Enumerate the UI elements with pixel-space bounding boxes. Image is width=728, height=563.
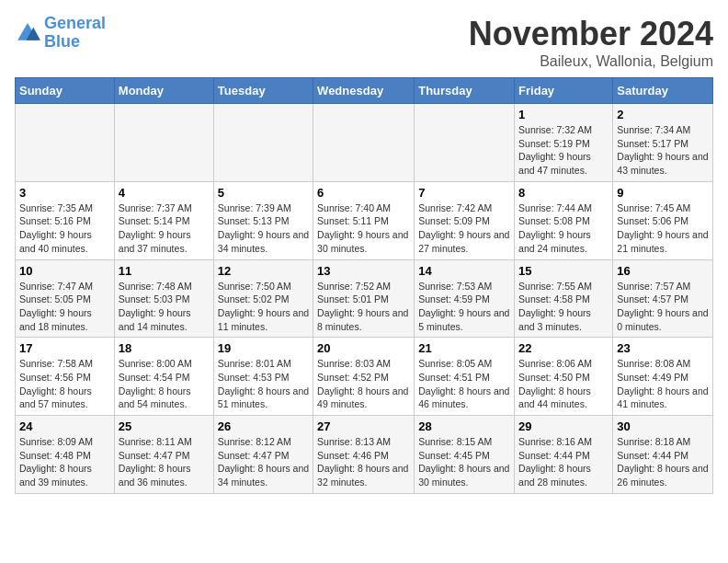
day-info: Sunrise: 7:37 AM Sunset: 5:14 PM Dayligh… [119, 201, 210, 256]
calendar-cell: 11Sunrise: 7:48 AM Sunset: 5:03 PM Dayli… [114, 259, 213, 338]
calendar-cell [415, 104, 515, 182]
day-number: 12 [218, 264, 309, 278]
title-block: November 2024 Baileux, Wallonia, Belgium [469, 15, 713, 70]
day-info: Sunrise: 7:48 AM Sunset: 5:03 PM Dayligh… [119, 280, 210, 334]
calendar-cell: 25Sunrise: 8:11 AM Sunset: 4:47 PM Dayli… [114, 416, 213, 494]
day-info: Sunrise: 7:47 AM Sunset: 5:05 PM Dayligh… [19, 280, 110, 334]
day-number: 10 [19, 264, 110, 278]
day-number: 17 [19, 341, 110, 355]
logo: General Blue [15, 15, 106, 52]
day-info: Sunrise: 8:08 AM Sunset: 4:49 PM Dayligh… [617, 357, 709, 411]
day-info: Sunrise: 7:52 AM Sunset: 5:01 PM Dayligh… [317, 280, 410, 334]
day-number: 11 [119, 264, 210, 278]
day-number: 28 [418, 419, 510, 433]
calendar-cell: 24Sunrise: 8:09 AM Sunset: 4:48 PM Dayli… [16, 416, 115, 494]
day-number: 20 [317, 341, 410, 355]
day-info: Sunrise: 7:53 AM Sunset: 4:59 PM Dayligh… [418, 280, 510, 334]
calendar-cell: 12Sunrise: 7:50 AM Sunset: 5:02 PM Dayli… [213, 259, 313, 338]
day-info: Sunrise: 7:32 AM Sunset: 5:19 PM Dayligh… [518, 123, 609, 178]
calendar-cell: 30Sunrise: 8:18 AM Sunset: 4:44 PM Dayli… [613, 416, 713, 494]
calendar-cell: 9Sunrise: 7:45 AM Sunset: 5:06 PM Daylig… [613, 181, 713, 259]
day-info: Sunrise: 7:35 AM Sunset: 5:16 PM Dayligh… [19, 201, 110, 256]
day-number: 2 [617, 108, 709, 121]
calendar-cell [16, 104, 115, 182]
day-number: 25 [119, 419, 210, 433]
calendar-cell [313, 104, 415, 182]
calendar-cell: 16Sunrise: 7:57 AM Sunset: 4:57 PM Dayli… [613, 259, 713, 338]
day-info: Sunrise: 7:57 AM Sunset: 4:57 PM Dayligh… [617, 280, 709, 334]
day-info: Sunrise: 7:45 AM Sunset: 5:06 PM Dayligh… [617, 201, 709, 256]
calendar-cell: 20Sunrise: 8:03 AM Sunset: 4:52 PM Dayli… [313, 338, 415, 416]
day-number: 30 [617, 419, 709, 433]
calendar-cell [213, 104, 313, 182]
day-info: Sunrise: 7:42 AM Sunset: 5:09 PM Dayligh… [418, 201, 510, 256]
calendar-cell: 15Sunrise: 7:55 AM Sunset: 4:58 PM Dayli… [515, 259, 613, 338]
day-number: 6 [317, 186, 410, 200]
calendar-cell: 28Sunrise: 8:15 AM Sunset: 4:45 PM Dayli… [415, 416, 515, 494]
day-info: Sunrise: 8:18 AM Sunset: 4:44 PM Dayligh… [617, 435, 709, 489]
day-info: Sunrise: 8:05 AM Sunset: 4:51 PM Dayligh… [418, 357, 510, 411]
day-number: 23 [617, 341, 709, 355]
calendar-cell: 29Sunrise: 8:16 AM Sunset: 4:44 PM Dayli… [515, 416, 613, 494]
month-title: November 2024 [469, 15, 713, 53]
logo-icon [15, 20, 40, 46]
day-info: Sunrise: 8:11 AM Sunset: 4:47 PM Dayligh… [119, 435, 210, 489]
day-info: Sunrise: 8:09 AM Sunset: 4:48 PM Dayligh… [19, 435, 110, 489]
day-number: 19 [218, 341, 309, 355]
day-info: Sunrise: 7:40 AM Sunset: 5:11 PM Dayligh… [317, 201, 410, 256]
day-header-saturday: Saturday [613, 78, 713, 104]
calendar-cell: 5Sunrise: 7:39 AM Sunset: 5:13 PM Daylig… [213, 181, 313, 259]
calendar-cell: 3Sunrise: 7:35 AM Sunset: 5:16 PM Daylig… [16, 181, 115, 259]
day-info: Sunrise: 7:34 AM Sunset: 5:17 PM Dayligh… [617, 123, 709, 178]
day-header-wednesday: Wednesday [313, 78, 415, 104]
calendar-cell: 19Sunrise: 8:01 AM Sunset: 4:53 PM Dayli… [213, 338, 313, 416]
day-number: 24 [19, 419, 110, 433]
location: Baileux, Wallonia, Belgium [469, 53, 713, 70]
day-info: Sunrise: 8:13 AM Sunset: 4:46 PM Dayligh… [317, 435, 410, 489]
day-number: 21 [418, 341, 510, 355]
day-info: Sunrise: 8:00 AM Sunset: 4:54 PM Dayligh… [119, 357, 210, 411]
calendar-cell: 8Sunrise: 7:44 AM Sunset: 5:08 PM Daylig… [515, 181, 613, 259]
day-header-sunday: Sunday [16, 78, 115, 104]
day-number: 29 [518, 419, 609, 433]
day-info: Sunrise: 8:06 AM Sunset: 4:50 PM Dayligh… [518, 357, 609, 411]
day-header-tuesday: Tuesday [213, 78, 313, 104]
calendar-cell: 17Sunrise: 7:58 AM Sunset: 4:56 PM Dayli… [16, 338, 115, 416]
day-number: 4 [119, 186, 210, 200]
day-info: Sunrise: 7:55 AM Sunset: 4:58 PM Dayligh… [518, 280, 609, 334]
day-number: 9 [617, 186, 709, 200]
page-header: General Blue November 2024 Baileux, Wall… [15, 15, 713, 70]
calendar-cell: 10Sunrise: 7:47 AM Sunset: 5:05 PM Dayli… [16, 259, 115, 338]
calendar-cell: 4Sunrise: 7:37 AM Sunset: 5:14 PM Daylig… [114, 181, 213, 259]
day-number: 26 [218, 419, 309, 433]
calendar-cell: 14Sunrise: 7:53 AM Sunset: 4:59 PM Dayli… [415, 259, 515, 338]
day-info: Sunrise: 8:01 AM Sunset: 4:53 PM Dayligh… [218, 357, 309, 411]
calendar-cell: 6Sunrise: 7:40 AM Sunset: 5:11 PM Daylig… [313, 181, 415, 259]
calendar-cell: 13Sunrise: 7:52 AM Sunset: 5:01 PM Dayli… [313, 259, 415, 338]
day-number: 3 [19, 186, 110, 200]
calendar-cell: 22Sunrise: 8:06 AM Sunset: 4:50 PM Dayli… [515, 338, 613, 416]
calendar-table: SundayMondayTuesdayWednesdayThursdayFrid… [15, 77, 713, 494]
day-info: Sunrise: 8:16 AM Sunset: 4:44 PM Dayligh… [518, 435, 609, 489]
day-number: 22 [518, 341, 609, 355]
day-info: Sunrise: 8:03 AM Sunset: 4:52 PM Dayligh… [317, 357, 410, 411]
day-number: 1 [518, 108, 609, 121]
calendar-cell: 18Sunrise: 8:00 AM Sunset: 4:54 PM Dayli… [114, 338, 213, 416]
calendar-cell: 27Sunrise: 8:13 AM Sunset: 4:46 PM Dayli… [313, 416, 415, 494]
day-header-friday: Friday [515, 78, 613, 104]
day-info: Sunrise: 8:15 AM Sunset: 4:45 PM Dayligh… [418, 435, 510, 489]
logo-text: General Blue [44, 15, 106, 52]
calendar-cell: 21Sunrise: 8:05 AM Sunset: 4:51 PM Dayli… [415, 338, 515, 416]
day-number: 15 [518, 264, 609, 278]
calendar-cell: 2Sunrise: 7:34 AM Sunset: 5:17 PM Daylig… [613, 104, 713, 182]
calendar-cell: 7Sunrise: 7:42 AM Sunset: 5:09 PM Daylig… [415, 181, 515, 259]
day-info: Sunrise: 7:50 AM Sunset: 5:02 PM Dayligh… [218, 280, 309, 334]
day-number: 16 [617, 264, 709, 278]
calendar-cell: 26Sunrise: 8:12 AM Sunset: 4:47 PM Dayli… [213, 416, 313, 494]
day-number: 13 [317, 264, 410, 278]
day-number: 18 [119, 341, 210, 355]
calendar-cell [114, 104, 213, 182]
day-info: Sunrise: 8:12 AM Sunset: 4:47 PM Dayligh… [218, 435, 309, 489]
day-number: 7 [418, 186, 510, 200]
day-number: 5 [218, 186, 309, 200]
